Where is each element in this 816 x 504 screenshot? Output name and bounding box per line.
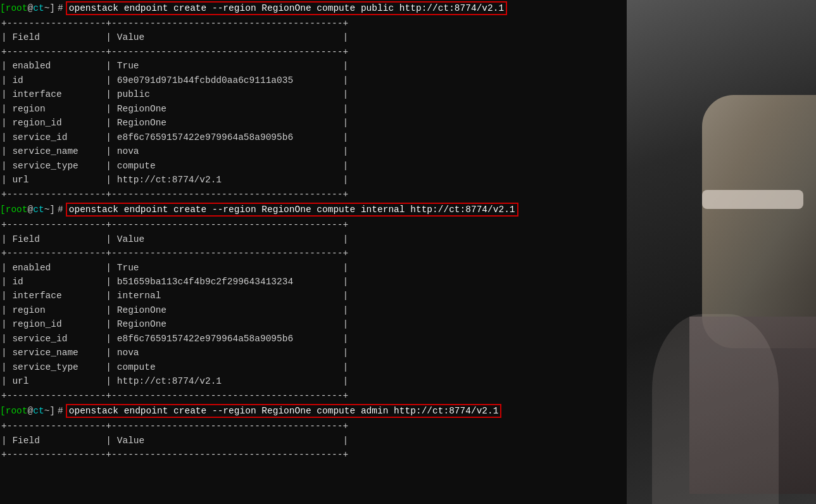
table-row-b1-4: | region_id | RegionOne |: [0, 116, 627, 130]
table-sep2-b1: +------------------+--------------------…: [0, 45, 627, 59]
prompt-at-2: @: [28, 205, 34, 215]
prompt-host-3: ct: [33, 406, 44, 416]
prompt-cmd-3: openstack endpoint create --region Regio…: [66, 404, 502, 418]
table-row-b2-8: | url | http://ct:8774/v2.1 |: [0, 374, 627, 388]
prompt-cmd-2: openstack endpoint create --region Regio…: [66, 203, 518, 217]
table-row-b1-5: | service_id | e8f6c7659157422e979964a58…: [0, 130, 627, 144]
terminal-window: [root @ ct ~] # openstack endpoint creat…: [0, 0, 627, 504]
prompt-line-1: [root @ ct ~] # openstack endpoint creat…: [0, 0, 627, 16]
table-row-b2-2: | interface | internal |: [0, 289, 627, 303]
table-row-b1-7: | service_type | compute |: [0, 159, 627, 173]
table-row-b1-8: | url | http://ct:8774/v2.1 |: [0, 173, 627, 187]
prompt-host-2: ct: [33, 205, 44, 215]
table-header-b3: | Field | Value |: [0, 434, 627, 448]
table-header-b1: | Field | Value |: [0, 30, 627, 44]
table-row-b2-5: | service_id | e8f6c7659157422e979964a58…: [0, 332, 627, 346]
table-row-b2-6: | service_name | nova |: [0, 346, 627, 360]
table-sep2-b3: +------------------+--------------------…: [0, 448, 627, 462]
prompt-space-3: ~]: [44, 406, 55, 416]
sidebar-decorative: [627, 0, 816, 504]
table-header-b2: | Field | Value |: [0, 232, 627, 246]
table-row-b2-1: | id | b51659ba113c4f4b9c2f299643413234 …: [0, 275, 627, 289]
prompt-line-3: [root @ ct ~] # openstack endpoint creat…: [0, 403, 627, 419]
prompt-hash-2: #: [58, 205, 63, 215]
prompt-host-1: ct: [33, 3, 44, 13]
prompt-hash-1: #: [58, 3, 63, 13]
prompt-at-3: @: [28, 406, 34, 416]
table-row-b2-4: | region_id | RegionOne |: [0, 317, 627, 331]
table-row-b2-7: | service_type | compute |: [0, 360, 627, 374]
table-row-b1-6: | service_name | nova |: [0, 144, 627, 158]
table-sep1-b3: +------------------+--------------------…: [0, 419, 627, 433]
prompt-line-2: [root @ ct ~] # openstack endpoint creat…: [0, 201, 627, 218]
table-row-b1-1: | id | 69e0791d971b44fcbdd0aa6c9111a035 …: [0, 73, 627, 87]
table-row-b1-2: | interface | public |: [0, 87, 627, 101]
table-sep3-b1: +------------------+--------------------…: [0, 187, 627, 201]
table-row-b1-0: | enabled | True |: [0, 59, 627, 73]
table-sep2-b2: +------------------+--------------------…: [0, 246, 627, 260]
prompt-cmd-1: openstack endpoint create --region Regio…: [66, 1, 507, 15]
prompt-user-2: [root: [0, 205, 28, 215]
table-row-b2-0: | enabled | True |: [0, 261, 627, 275]
table-sep1-b1: +------------------+--------------------…: [0, 16, 627, 30]
prompt-space-1: ~]: [44, 3, 55, 13]
table-sep1-b2: +------------------+--------------------…: [0, 218, 627, 232]
table-row-b2-3: | region | RegionOne |: [0, 303, 627, 317]
prompt-user-3: [root: [0, 406, 28, 416]
prompt-user-1: [root: [0, 3, 28, 13]
table-row-b1-3: | region | RegionOne |: [0, 102, 627, 116]
prompt-space-2: ~]: [44, 205, 55, 215]
table-sep3-b2: +------------------+--------------------…: [0, 389, 627, 403]
prompt-hash-3: #: [58, 406, 63, 416]
prompt-at-1: @: [28, 3, 34, 13]
